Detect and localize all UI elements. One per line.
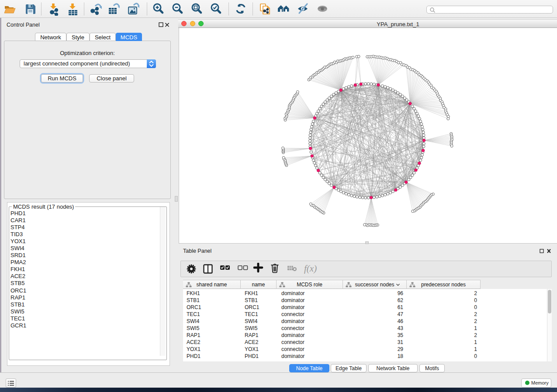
svg-text:f(x): f(x) (304, 263, 317, 274)
